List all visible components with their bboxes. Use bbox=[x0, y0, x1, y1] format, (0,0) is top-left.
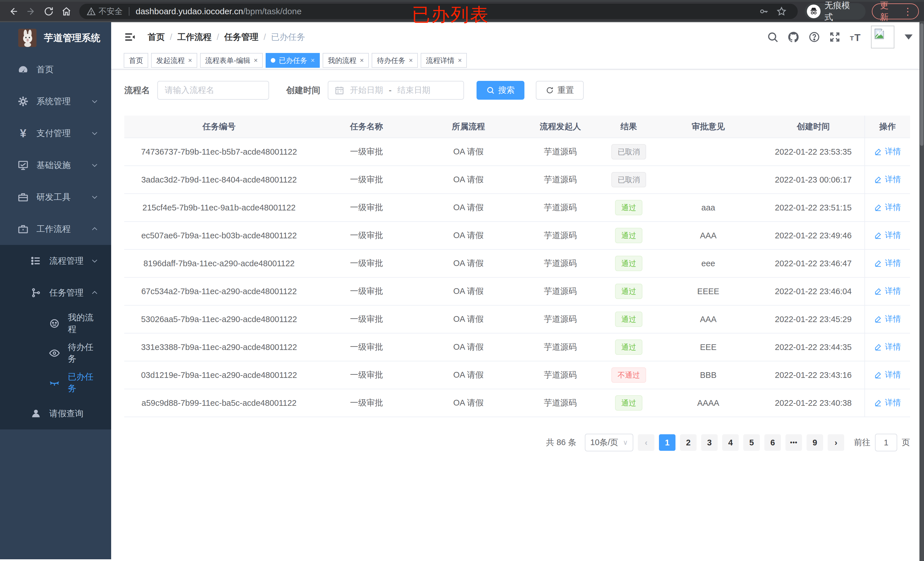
browser-reload-icon[interactable] bbox=[40, 6, 58, 17]
page-button-5[interactable]: 5 bbox=[743, 434, 760, 451]
sidebar-item-label: 基础设施 bbox=[36, 160, 91, 171]
page-ellipsis[interactable]: ••• bbox=[786, 434, 802, 451]
page-button-6[interactable]: 6 bbox=[764, 434, 781, 451]
status-badge: 不通过 bbox=[611, 367, 646, 383]
logo-avatar bbox=[18, 29, 36, 47]
help-icon[interactable] bbox=[808, 31, 820, 43]
bookmark-star-icon[interactable] bbox=[772, 6, 790, 16]
status-badge: 已取消 bbox=[611, 172, 646, 187]
breadcrumb: 首页 / 工作流程 / 任务管理 / 已办任务 bbox=[148, 31, 305, 43]
detail-link[interactable]: 详情 bbox=[874, 341, 901, 352]
chevron-down-icon bbox=[91, 257, 99, 265]
sidebar-item-infra[interactable]: 基础设施 bbox=[0, 149, 111, 181]
incognito-label: 无痕模式 bbox=[825, 0, 858, 23]
urlbar-divider bbox=[129, 7, 129, 16]
scrollbar-thumb[interactable] bbox=[920, 23, 923, 146]
tab-my-process[interactable]: 我的流程× bbox=[322, 53, 369, 68]
github-icon[interactable] bbox=[787, 31, 800, 43]
key-icon[interactable] bbox=[755, 6, 772, 16]
edit-icon bbox=[874, 371, 882, 379]
list-icon bbox=[30, 255, 42, 266]
process-name-input[interactable]: 请输入流程名 bbox=[158, 81, 269, 100]
edit-icon bbox=[874, 399, 882, 407]
browser-home-icon[interactable] bbox=[58, 6, 75, 17]
breadcrumb-workflow[interactable]: 工作流程 bbox=[177, 31, 212, 43]
detail-link[interactable]: 详情 bbox=[874, 370, 901, 380]
breadcrumb-task-mgmt[interactable]: 任务管理 bbox=[224, 31, 258, 43]
col-starter: 流程发起人 bbox=[518, 116, 603, 138]
svg-text:T: T bbox=[855, 32, 861, 43]
sidebar-item-workflow[interactable]: 工作流程 bbox=[0, 213, 111, 245]
sidebar-item-label: 支付管理 bbox=[36, 127, 91, 139]
chevron-down-icon bbox=[91, 193, 99, 201]
tab-done-task[interactable]: 已办任务× bbox=[266, 53, 320, 68]
app-logo[interactable]: 芋道管理系统 bbox=[0, 22, 111, 54]
sidebar-item-task-mgmt[interactable]: 任务管理 bbox=[0, 277, 111, 309]
sidebar-collapse-icon[interactable] bbox=[124, 31, 136, 43]
sidebar-item-label: 流程管理 bbox=[49, 255, 91, 267]
tab-process-detail[interactable]: 流程详情× bbox=[421, 53, 467, 68]
search-button[interactable]: 搜索 bbox=[477, 81, 524, 100]
browser-back-icon[interactable] bbox=[4, 6, 22, 17]
tab-form-edit[interactable]: 流程表单-编辑× bbox=[200, 53, 263, 68]
next-page-button[interactable]: › bbox=[828, 434, 844, 451]
font-size-icon[interactable]: TT bbox=[849, 31, 862, 43]
sidebar-item-system[interactable]: 系统管理 bbox=[0, 85, 111, 117]
browser-scrollbar[interactable] bbox=[920, 22, 924, 561]
page-button-9[interactable]: 9 bbox=[807, 434, 823, 451]
update-button[interactable]: 更新 ⋮ bbox=[872, 3, 919, 19]
url-path: /bpm/task/done bbox=[243, 6, 302, 16]
sidebar-item-devtools[interactable]: 研发工具 bbox=[0, 181, 111, 213]
date-range-input[interactable]: 开始日期 - 结束日期 bbox=[328, 81, 464, 100]
detail-link[interactable]: 详情 bbox=[874, 146, 901, 157]
page-button-1[interactable]: 1 bbox=[659, 434, 675, 451]
avatar-caret-icon[interactable] bbox=[904, 34, 913, 40]
detail-link[interactable]: 详情 bbox=[874, 202, 901, 213]
detail-link[interactable]: 详情 bbox=[874, 174, 901, 185]
chevron-up-icon bbox=[91, 225, 99, 233]
chevron-down-icon bbox=[91, 161, 99, 169]
detail-link[interactable]: 详情 bbox=[874, 230, 901, 241]
sidebar-item-home[interactable]: 首页 bbox=[0, 54, 111, 85]
fullscreen-icon[interactable] bbox=[829, 31, 841, 43]
search-icon[interactable] bbox=[766, 31, 778, 43]
sidebar-item-done-task[interactable]: 已办任务 bbox=[0, 368, 111, 398]
sidebar-item-my-process[interactable]: 我的流程 bbox=[0, 309, 111, 338]
sidebar-item-payment[interactable]: ¥ 支付管理 bbox=[0, 117, 111, 149]
col-task-id: 任务编号 bbox=[124, 116, 314, 138]
page-button-4[interactable]: 4 bbox=[722, 434, 739, 451]
goto-label: 前往 bbox=[854, 437, 870, 448]
eye-closed-icon bbox=[48, 377, 60, 389]
close-icon[interactable]: × bbox=[254, 56, 258, 64]
reset-button[interactable]: 重置 bbox=[536, 81, 584, 100]
status-badge: 通过 bbox=[615, 256, 642, 271]
sidebar-item-leave-query[interactable]: 请假查询 bbox=[0, 398, 111, 429]
edit-icon bbox=[874, 203, 882, 211]
avatar[interactable] bbox=[871, 25, 894, 48]
detail-link[interactable]: 详情 bbox=[874, 258, 901, 269]
close-icon[interactable]: × bbox=[409, 56, 413, 64]
detail-link[interactable]: 详情 bbox=[874, 286, 901, 296]
tab-todo-task[interactable]: 待办任务× bbox=[372, 53, 418, 68]
sidebar-item-todo-task[interactable]: 待办任务 bbox=[0, 338, 111, 368]
tab-home[interactable]: 首页 bbox=[124, 53, 148, 68]
goto-suffix: 页 bbox=[902, 437, 910, 448]
sidebar-item-process-mgmt[interactable]: 流程管理 bbox=[0, 245, 111, 277]
done-task-table: 任务编号 任务名称 所属流程 流程发起人 结果 审批意见 创建时间 操作 747… bbox=[124, 116, 910, 417]
breadcrumb-home[interactable]: 首页 bbox=[148, 31, 165, 43]
goto-page-input[interactable] bbox=[875, 434, 897, 451]
page-button-3[interactable]: 3 bbox=[701, 434, 718, 451]
search-form: 流程名 请输入流程名 创建时间 开始日期 - 结束日期 搜索 重置 bbox=[124, 81, 910, 100]
sidebar-item-label: 我的流程 bbox=[68, 312, 99, 335]
detail-link[interactable]: 详情 bbox=[874, 314, 901, 325]
browser-menu-kebab-icon[interactable]: ⋮ bbox=[903, 6, 913, 17]
close-icon[interactable]: × bbox=[188, 56, 192, 64]
person-icon bbox=[30, 408, 42, 419]
tab-start-process[interactable]: 发起流程× bbox=[151, 53, 197, 68]
close-icon[interactable]: × bbox=[458, 56, 462, 64]
page-button-2[interactable]: 2 bbox=[680, 434, 697, 451]
close-icon[interactable]: × bbox=[310, 56, 315, 64]
page-size-select[interactable]: 10条/页 ∨ bbox=[585, 434, 633, 451]
close-icon[interactable]: × bbox=[360, 56, 364, 64]
detail-link[interactable]: 详情 bbox=[874, 397, 901, 408]
